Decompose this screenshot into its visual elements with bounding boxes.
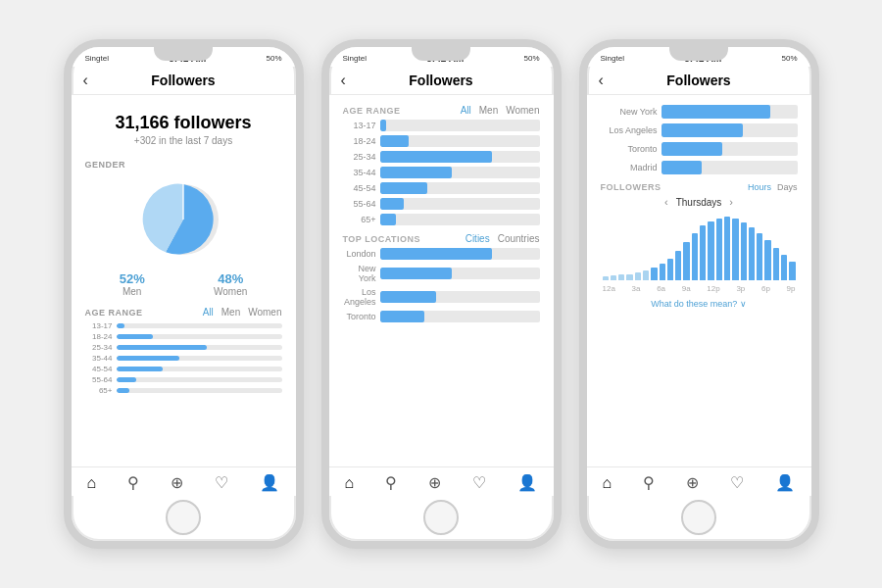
tab-men-1[interactable]: Men	[221, 307, 240, 318]
city-bar-row: Madrid	[601, 161, 798, 174]
men-label: 52% Men	[120, 271, 145, 297]
filter-women-2[interactable]: Women	[506, 105, 539, 116]
nav-profile-2[interactable]: 👤	[517, 473, 537, 492]
horiz-bar-track	[380, 198, 540, 210]
current-day: Thursdays	[676, 197, 722, 208]
horiz-bar-track	[380, 167, 540, 178]
city-bar-track	[662, 142, 798, 156]
horiz-bar-fill	[380, 198, 404, 210]
tab-all-1[interactable]: All	[203, 307, 214, 318]
nav-add-1[interactable]: ⊕	[171, 473, 183, 492]
home-button-2[interactable]	[423, 500, 459, 535]
bar-column	[716, 219, 722, 280]
city-label: Toronto	[601, 144, 658, 154]
age-bars-2: 13-17 18-24 25-34 35-44 45-54 55-64 65+	[343, 120, 540, 225]
age-range-header-2: AGE RANGE All Men Women	[343, 105, 540, 116]
horiz-bar-fill	[380, 182, 428, 194]
bar-column	[651, 268, 657, 280]
horiz-bar-track	[380, 182, 540, 194]
horiz-bar-fill	[380, 135, 409, 147]
back-button-2[interactable]: ‹	[341, 72, 346, 89]
battery-2: 50%	[523, 54, 539, 63]
bar-column	[603, 276, 609, 280]
city-bar-fill	[662, 123, 743, 137]
age-bar-row-2: 65+	[343, 214, 540, 225]
followers-section-header: FOLLOWERS Hours Days	[601, 182, 798, 192]
nav-profile-3[interactable]: 👤	[775, 473, 795, 492]
location-bar-row: London	[343, 248, 540, 260]
location-bar-track	[380, 291, 540, 303]
x-label: 12p	[707, 284, 719, 293]
age-bar-row-2: 13-17	[343, 120, 540, 131]
x-label: 12a	[603, 284, 615, 293]
age-bar-track	[117, 367, 282, 371]
nav-home-3[interactable]: ⌂	[603, 474, 612, 492]
age-bar-row: 45-54	[85, 365, 282, 373]
nav-home-2[interactable]: ⌂	[345, 474, 355, 492]
content-1: 31,166 followers +302 in the last 7 days…	[72, 95, 296, 466]
bar-column	[683, 242, 689, 280]
x-label: 9a	[682, 284, 691, 293]
cities-bars: New York Los Angeles Toronto Madrid	[601, 105, 798, 174]
age-bar-fill	[117, 345, 208, 350]
horiz-bar-track	[380, 120, 540, 131]
page-title-3: Followers	[666, 73, 730, 88]
followers-count-1: 31,166 followers +302 in the last 7 days	[85, 113, 282, 146]
nav-heart-2[interactable]: ♡	[472, 473, 486, 492]
nav-search-2[interactable]: ⚲	[385, 473, 397, 492]
filter-men-2[interactable]: Men	[479, 105, 498, 116]
page-title-1: Followers	[151, 73, 215, 88]
phone-notch-2	[412, 47, 470, 61]
home-button-3[interactable]	[681, 500, 716, 535]
horiz-bar-track	[380, 151, 540, 163]
city-bar-fill	[662, 161, 703, 174]
location-label: London	[343, 249, 376, 259]
city-label: Los Angeles	[601, 125, 658, 135]
age-bar-row-2: 55-64	[343, 198, 540, 210]
battery-3: 50%	[781, 54, 797, 63]
battery-1: 50%	[266, 54, 281, 63]
tab-women-1[interactable]: Women	[248, 307, 281, 318]
home-button-1[interactable]	[166, 500, 201, 535]
filter-all-2[interactable]: All	[461, 105, 471, 116]
nav-home-1[interactable]: ⌂	[87, 474, 97, 492]
tab-countries[interactable]: Countries	[498, 233, 540, 244]
bar-column	[611, 275, 616, 280]
location-label: Toronto	[343, 312, 376, 321]
nav-search-1[interactable]: ⚲	[127, 473, 139, 492]
bar-column	[708, 221, 713, 280]
top-loc-header: TOP LOCATIONS Cities Countries	[343, 233, 540, 244]
bar-column	[626, 274, 632, 281]
nav-heart-3[interactable]: ♡	[730, 473, 744, 492]
pie-container	[85, 175, 282, 264]
bar-column	[660, 264, 665, 280]
age-bar-track	[117, 356, 282, 361]
nav-add-3[interactable]: ⊕	[686, 473, 699, 492]
prev-day[interactable]: ‹	[664, 196, 668, 208]
next-day[interactable]: ›	[729, 196, 733, 208]
city-bar-track	[662, 161, 798, 174]
city-bar-fill	[662, 105, 770, 119]
nav-heart-1[interactable]: ♡	[215, 473, 228, 492]
tab-cities[interactable]: Cities	[466, 233, 490, 244]
age-bar-fill	[117, 377, 136, 382]
bar-column	[789, 262, 795, 280]
age-bar-track	[117, 345, 282, 350]
phone-notch-1	[154, 47, 213, 61]
location-label: New York	[343, 264, 376, 283]
back-button-1[interactable]: ‹	[83, 72, 88, 89]
location-bar-fill	[380, 248, 492, 260]
tab-days[interactable]: Days	[777, 182, 798, 192]
tab-hours[interactable]: Hours	[748, 182, 771, 192]
back-button-3[interactable]: ‹	[599, 72, 604, 89]
nav-add-2[interactable]: ⊕	[428, 473, 441, 492]
phones-container: Singtel 5:41 AM 50% ‹ Followers 31,166 f…	[44, 20, 839, 568]
nav-profile-1[interactable]: 👤	[260, 473, 279, 492]
top-locations-label: TOP LOCATIONS	[343, 234, 421, 244]
what-mean-link[interactable]: What do these mean? ∨	[601, 299, 798, 309]
location-bar-row: Los Angeles	[343, 287, 540, 307]
nav-search-3[interactable]: ⚲	[643, 473, 655, 492]
age-range-label-1: AGE RANGE	[85, 308, 143, 318]
location-bar-row: Toronto	[343, 311, 540, 322]
age-bar-track	[117, 377, 282, 382]
